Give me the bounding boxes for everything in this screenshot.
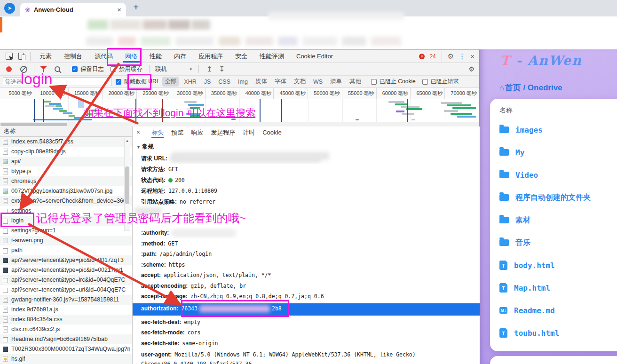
folder-row[interactable]: 素材 — [499, 209, 617, 231]
site-logo[interactable]: T - AnWen — [500, 53, 582, 68]
checkbox-unchecked-icon[interactable] — [371, 79, 377, 85]
throttling-select[interactable]: 联机 ▾ — [155, 65, 192, 73]
request-row[interactable]: chrome.js — [0, 176, 132, 186]
request-row[interactable]: extension?c=serverCheck&from_device=360 — [0, 196, 132, 206]
breadcrumb-home[interactable]: 首页 — [505, 83, 521, 92]
search-icon[interactable] — [55, 66, 60, 72]
devtools-tab-1[interactable]: 控制台 — [58, 50, 88, 63]
new-tab-button[interactable]: + — [133, 1, 139, 13]
export-har-icon[interactable]: ↧ — [219, 65, 225, 73]
devtools-close-icon[interactable]: × — [470, 52, 475, 60]
filter-type-5[interactable]: 媒体 — [253, 77, 269, 87]
filter-type-7[interactable]: 文档 — [292, 77, 308, 87]
details-tab-5[interactable]: Cookie — [262, 127, 281, 138]
filter-type-3[interactable]: CSS — [216, 78, 233, 86]
devtools-tab-0[interactable]: 元素 — [33, 50, 58, 63]
plain-file-icon — [3, 337, 8, 342]
request-row[interactable]: settings?group=1 — [0, 226, 132, 236]
file-row[interactable]: M↓Readme.md — [499, 299, 617, 322]
devtools-tab-8[interactable]: 性能评测 — [253, 50, 290, 63]
preserve-log-toggle[interactable]: ✓ 保留日志 — [72, 65, 104, 73]
request-row[interactable]: gwdang-notifier-360.js?v=1587548159811 — [0, 295, 132, 305]
request-row[interactable]: api?server=tencent&type=pic&id=00217lpj1 — [0, 265, 132, 275]
details-tab-0[interactable]: 标头 — [151, 127, 164, 138]
waterfall-scrollbar[interactable] — [0, 122, 479, 127]
error-count[interactable]: 24 — [429, 53, 435, 60]
network-settings-gear-icon[interactable]: ⚙ — [468, 65, 475, 73]
request-row[interactable]: index.884c354a.css — [0, 315, 132, 324]
request-row[interactable]: T002R300x300M0000017zqT34WuQwa.jpg?n — [0, 344, 132, 354]
checkbox-checked-icon[interactable]: ✓ — [116, 79, 121, 85]
request-row[interactable]: btype.js — [0, 166, 132, 176]
error-badge-icon[interactable]: × — [419, 54, 425, 59]
folder-row[interactable]: Video — [499, 164, 617, 186]
request-row[interactable]: api/ — [0, 157, 132, 166]
checkbox-unchecked-icon[interactable] — [422, 79, 428, 85]
request-header-rows: :authority::method:GET:path:/api/admin/l… — [133, 228, 480, 364]
filter-type-8[interactable]: WS — [311, 78, 325, 86]
request-row[interactable]: api?server=tencent&type=pic&id=0017zqT3 — [0, 255, 132, 265]
general-section-title[interactable]: ▼常规 — [136, 143, 154, 151]
details-tab-2[interactable]: 响应 — [191, 127, 203, 138]
request-row[interactable]: Readme.md?sign=bc6ca9f16975fbab — [0, 334, 132, 344]
record-icon[interactable] — [6, 66, 12, 72]
file-row[interactable]: TMap.html — [499, 277, 617, 299]
folder-row[interactable]: images — [499, 119, 617, 141]
blocked-cookies-toggle[interactable]: 已阻止 Cookie — [371, 78, 416, 86]
request-row[interactable]: api?server=tencent&type=url&id=004QqE7C — [0, 285, 132, 295]
file-name: Readme.md — [514, 306, 555, 315]
filter-type-2[interactable]: JS — [202, 78, 214, 86]
disable-cache-toggle[interactable]: 禁用缓存 — [111, 65, 142, 73]
header-value: empty — [184, 319, 200, 325]
filter-type-10[interactable]: 其他 — [347, 77, 364, 87]
request-row[interactable]: 0072Vf1pgy1oxloatthsj31kw0w07sn.jpg — [0, 186, 132, 196]
request-row[interactable]: api?server=tencent&type=lrc&id=004QqE7C — [0, 275, 132, 285]
filter-type-9[interactable]: 清单 — [328, 77, 344, 87]
devtools-tab-6[interactable]: 应用程序 — [192, 50, 229, 63]
filter-input[interactable] — [3, 77, 112, 86]
details-tab-3[interactable]: 发起程序 — [211, 127, 235, 138]
tab-close-icon[interactable]: × — [113, 6, 121, 14]
header-value: gzip, deflate, br — [190, 283, 246, 289]
details-close-icon[interactable]: × — [133, 128, 144, 136]
checkbox-checked-icon[interactable]: ✓ — [72, 66, 78, 72]
folder-name: 音乐 — [515, 238, 530, 248]
filter-type-0[interactable]: 全部 — [162, 77, 179, 87]
devtools-tab-4[interactable]: 性能 — [143, 50, 168, 63]
blocked-requests-toggle[interactable]: 已阻止请求 — [422, 78, 459, 86]
devtools-tab-7[interactable]: 安全 — [229, 50, 253, 63]
request-row[interactable]: path — [0, 245, 132, 255]
request-row[interactable]: t-anwen.png — [0, 236, 132, 245]
scrollbar-thumb[interactable] — [0, 123, 67, 126]
device-toolbar-icon[interactable] — [18, 53, 24, 60]
request-row[interactable]: clsx.m.c6439cc2.js — [0, 324, 132, 334]
file-row[interactable]: Ttoubu.html — [499, 322, 617, 344]
request-row[interactable]: hs.gif — [0, 354, 132, 364]
details-tab-1[interactable]: 预览 — [171, 127, 183, 138]
import-har-icon[interactable]: ↥ — [206, 65, 213, 73]
request-row[interactable]: index.9d76b91a.js — [0, 305, 132, 315]
browser-tab[interactable]: ❀ Anwen-Cloud × — [20, 3, 126, 16]
scrollbar-thumb[interactable] — [125, 166, 129, 204]
browser-logo-icon[interactable]: ➤ — [4, 3, 15, 14]
devtools-tab-5[interactable]: 内存 — [168, 50, 192, 63]
folder-row[interactable]: My — [499, 141, 617, 164]
inspect-element-icon[interactable] — [6, 53, 13, 60]
kebab-menu-icon[interactable]: ⋮ — [459, 52, 466, 61]
checkbox-unchecked-icon[interactable] — [111, 66, 116, 72]
text-file-icon: T — [499, 283, 507, 293]
folder-row[interactable]: 程序自动创建的文件夹 — [499, 186, 617, 209]
settings-gear-icon[interactable]: ⚙ — [448, 52, 454, 61]
filter-type-1[interactable]: XHR — [182, 78, 198, 86]
request-row[interactable]: index.esm.5483c5f7.css — [0, 137, 132, 147]
details-tab-4[interactable]: 计时 — [243, 127, 255, 138]
filter-type-6[interactable]: 字体 — [272, 77, 289, 87]
breadcrumb-current[interactable]: Onedrive — [528, 83, 562, 92]
file-row[interactable]: Tbody.html — [499, 254, 617, 277]
folder-row[interactable]: 音乐 — [499, 231, 617, 254]
request-list-header[interactable]: 名称 — [0, 127, 132, 137]
request-row[interactable]: copy-clip.08e8f9de.js — [0, 147, 132, 157]
scroll-up-icon[interactable]: ▲ — [125, 138, 130, 144]
filter-type-4[interactable]: Img — [236, 78, 250, 86]
devtools-tab-9[interactable]: Cookie Editor — [290, 50, 339, 63]
